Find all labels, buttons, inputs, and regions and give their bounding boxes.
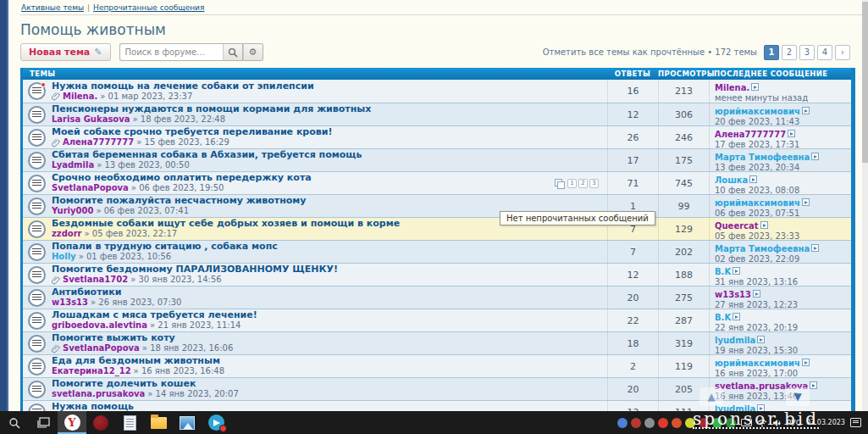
unread-posts-link[interactable]: Непрочитанные сообщения [93,3,204,12]
pagination-page-3[interactable]: 3 [799,45,815,60]
taskbar-app-darkred[interactable] [86,411,115,434]
active-topics-link[interactable]: Активные темы [21,3,84,12]
goto-lastpost-icon[interactable] [810,381,817,389]
taskbar-file-explorer[interactable] [144,411,173,434]
topic-title-link[interactable]: Сбитая беременная собака в Абхазии, треб… [52,150,362,160]
scrollbar-thumb[interactable] [862,2,868,163]
lastpost-user-link[interactable]: lyudmila [715,336,755,345]
search-input[interactable] [119,43,223,61]
scroll-up-button[interactable]: ▲ [699,387,723,406]
pagination-page-1[interactable]: 1 [764,45,779,60]
topic-row[interactable]: Нужна помощь на лечение собаки от эпилеп… [23,80,851,103]
topic-row[interactable]: Помогите долечить кошек svetlana.prusako… [23,377,851,400]
topic-row[interactable]: Моей собаке срочно требуется переливание… [23,125,851,148]
language-indicator[interactable]: РУС [787,419,801,427]
topic-title-link[interactable]: Помогите долечить кошек [52,379,239,389]
tray-icon-green-app[interactable] [726,418,736,428]
tray-icon-whatsapp[interactable] [712,418,722,428]
goto-lastpost-icon[interactable] [802,359,810,366]
topic-title-link[interactable]: Моей собаке срочно требуется переливание… [52,127,332,137]
tray-icon-opera[interactable] [658,418,668,428]
topic-title-link[interactable]: Антибиотики [52,287,181,298]
goto-lastpost-icon[interactable] [751,83,759,91]
topic-row[interactable]: Срочно необходимо оплатить передержку ко… [23,171,851,194]
topic-page-button[interactable]: 3 [589,179,599,188]
keyboard-icon[interactable] [741,419,752,426]
taskbar-telegram[interactable] [202,411,230,434]
tray-icon-yellow-app[interactable] [685,418,695,428]
lastpost-user-link[interactable]: Milena. [715,83,749,92]
goto-lastpost-icon[interactable] [788,130,795,137]
taskbar-yandex-browser[interactable]: Y [58,411,86,434]
topic-author-link[interactable]: Svetlana1702 [63,275,128,285]
topic-title-link[interactable]: Срочно необходимо оплатить передержку ко… [52,173,312,183]
taskbar-search-button[interactable] [0,411,29,434]
topic-row[interactable]: Сбитая беременная собака в Абхазии, треб… [23,148,851,171]
topic-title-link[interactable]: Еда для бездомным животным [52,356,224,366]
goto-lastpost-icon[interactable] [733,267,740,275]
lastpost-user-link[interactable]: Алена7777777 [715,130,786,139]
lastpost-user-link[interactable]: w13s13 [715,290,751,299]
topic-author-link[interactable]: zzdorr [52,229,82,239]
topic-title-link[interactable]: Попали в трудную ситацию , собака мопс [52,242,278,252]
wifi-icon[interactable] [757,419,767,427]
goto-lastpost-icon[interactable] [811,153,819,160]
topic-row[interactable]: Бездомные собаки ищут себе добрых хозяев… [23,217,851,240]
lastpost-user-link[interactable]: B.K [715,313,731,322]
search-button[interactable] [223,43,243,61]
search-settings-button[interactable]: ⚙ [243,43,263,61]
lastpost-user-link[interactable]: Лошка [715,175,748,185]
new-topic-button[interactable]: Новая тема ✎ [20,43,111,61]
scroll-down-button[interactable]: ▼ [786,387,810,406]
lastpost-user-link[interactable]: юриймаксимович [715,198,800,208]
tray-icon-red-app[interactable] [631,418,641,428]
taskbar-photos[interactable] [173,411,202,434]
pagination-page-4[interactable]: 4 [817,45,832,60]
pagination-page-2[interactable]: 2 [782,45,797,60]
topic-title-link[interactable]: Лошадкам с мяса требуется лечение! [52,310,257,320]
topic-row[interactable]: Еда для бездомным животным Екатерина12_1… [23,354,851,377]
topic-row[interactable]: Антибиотики w13s13 » 26 янв 2023, 07:30 … [23,286,851,309]
topic-author-link[interactable]: Holly [52,252,76,262]
tray-icon-orange-app[interactable] [672,418,682,428]
task-view-button[interactable] [29,411,58,434]
goto-lastpost-icon[interactable] [757,336,765,343]
tray-icon-eye[interactable] [644,418,655,428]
goto-lastpost-icon[interactable] [802,107,810,114]
topic-title-link[interactable]: Помогите пожалуйста несчастному животном… [52,196,307,206]
topic-author-link[interactable]: Алена7777777 [63,137,134,147]
topic-author-link[interactable]: Milena. [63,92,97,102]
action-center-icon[interactable] [850,418,861,427]
mark-topics-read-link[interactable]: Отметить все темы как прочтённые • 172 т… [543,47,757,57]
pagination-next-button[interactable]: › [835,45,850,60]
topic-page-button[interactable]: 2 [578,179,588,188]
goto-lastpost-icon[interactable] [733,313,740,320]
taskbar-clock[interactable]: 03.03.2023 [806,419,845,426]
topic-row[interactable]: Лошадкам с мяса требуется лечение! gribo… [23,309,851,331]
topic-author-link[interactable]: Yuriy000 [52,206,93,216]
taskbar-notepad[interactable] [115,411,144,434]
topic-author-link[interactable]: svetlana.prusakova [52,389,145,399]
tray-icon-darkred-app[interactable] [699,418,709,428]
topic-row[interactable]: Попали в трудную ситацию , собака мопс H… [23,240,851,263]
page-scrollbar[interactable] [862,0,868,411]
topic-row[interactable]: Пенсионеры нуждаются в помощи кормами дл… [23,103,851,125]
topic-author-link[interactable]: griboedova.alevtina [52,320,147,331]
topic-author-link[interactable]: SvetlanaPopova [52,183,129,193]
lastpost-user-link[interactable]: Марта Тимофеевна [715,153,810,162]
topic-title-link[interactable]: Помогите бездомному ПАРАЛИЗОВАННОМУ ЩЕНК… [52,264,338,275]
topic-row[interactable]: Помогите пожалуйста несчастному животном… [23,194,851,217]
lastpost-user-link[interactable]: Марта Тимофеевна [715,244,810,253]
topic-author-link[interactable]: Екатерина12_12 [52,366,131,376]
topic-row[interactable]: Помогите бездомному ПАРАЛИЗОВАННОМУ ЩЕНК… [23,263,851,286]
topic-title-link[interactable]: Бездомные собаки ищут себе добрых хозяев… [52,219,400,229]
topic-title-link[interactable]: Пенсионеры нуждаются в помощи кормами дл… [52,104,371,114]
lastpost-user-link[interactable]: юриймаксимович [715,359,800,368]
lastpost-user-link[interactable]: B.K [715,267,731,276]
goto-lastpost-icon[interactable] [811,244,819,252]
topic-author-link[interactable]: SvetlanaPopova [63,343,140,353]
goto-lastpost-icon[interactable] [802,198,810,206]
lastpost-user-link[interactable]: юриймаксимович [715,107,800,116]
topic-author-link[interactable]: Lyadmila [52,160,94,170]
topic-title-link[interactable]: Нужна помощь на лечение собаки от эпилеп… [52,81,314,92]
